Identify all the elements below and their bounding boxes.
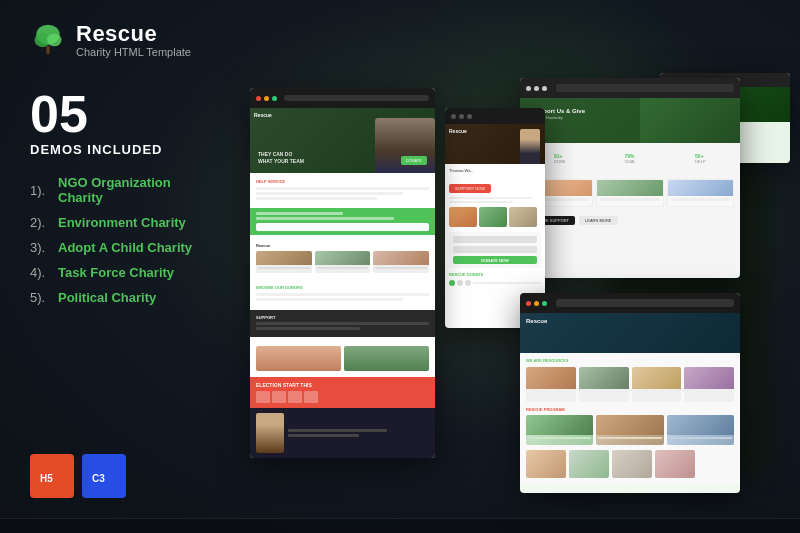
stats-row: 91+ DONE 79% GOAL 50+ [520, 143, 740, 173]
donor-line-2 [256, 298, 403, 301]
rescue-card-img-2 [315, 251, 371, 265]
rc-line-4 [686, 391, 732, 393]
volunteer-section [250, 408, 435, 458]
bottom-cards [256, 346, 429, 371]
svg-point-2 [47, 34, 61, 47]
rescue-cards [256, 251, 429, 273]
rescue-card-text-1 [258, 267, 310, 269]
main-section-cards: Rescue [250, 237, 435, 279]
mid-img-2 [479, 207, 507, 227]
donate-input [256, 223, 429, 231]
mockup-card-3 [667, 179, 734, 207]
mid-input-2 [453, 246, 537, 253]
stat-label-3: HELP [695, 159, 705, 164]
content-wrapper: Rescue Charity HTML Template 05 DEMOS IN… [0, 0, 800, 533]
mockup-header-top-right [520, 78, 740, 98]
stat-box-2: 79% GOAL [596, 147, 663, 169]
rescue-card-img-1 [256, 251, 312, 265]
rescue-c-2 [579, 367, 629, 402]
demos-count: 05 [30, 88, 200, 140]
card-img-3 [668, 180, 733, 196]
stat-box-3: 50+ HELP [667, 147, 734, 169]
bottom-card-1 [256, 346, 341, 371]
dot-1 [526, 86, 531, 91]
rc-line-1 [528, 391, 574, 393]
mid-accent-button: SUPPORT NOW [449, 184, 491, 193]
left-panel: 05 DEMOS INCLUDED 1). NGO Organization C… [0, 78, 230, 518]
demo-item-4: 4). Task Force Charity [30, 265, 200, 280]
rc-img-4 [684, 367, 734, 389]
br-url-bar [556, 299, 734, 307]
css3-badge: C3 [82, 454, 126, 498]
demos-label: DEMOS INCLUDED [30, 142, 200, 157]
tech-badges: H5 C3 [30, 434, 200, 498]
mid-input-1 [453, 236, 537, 243]
prog-img-3 [667, 415, 734, 435]
mockup-header-main [250, 88, 435, 108]
mid-title-text: Thomas Wa... [449, 168, 541, 173]
brand-title: Rescue [76, 22, 191, 46]
stat-num-3: 50+ [695, 153, 705, 159]
mockup-header-bottom-right [520, 293, 740, 313]
demo-number-5: 5). [30, 290, 52, 305]
program-card-3 [667, 415, 734, 445]
line-full [256, 187, 429, 190]
mid-img-1 [449, 207, 477, 227]
stat-label-1: DONE [554, 159, 566, 164]
demo-number-1: 1). [30, 183, 52, 198]
election-box-1 [256, 391, 270, 403]
svg-text:H5: H5 [40, 473, 53, 484]
mid-dot-2 [459, 114, 464, 119]
donor-line-1 [256, 293, 429, 296]
mid-dot-1 [451, 114, 456, 119]
green-donate-section [250, 208, 435, 235]
mid-hero: Rescue [445, 124, 545, 164]
bottom-small-imgs [526, 450, 734, 478]
demo-name-1: NGO Organization Charity [58, 175, 200, 205]
mid-dots-row [449, 280, 541, 286]
stat-label-2: GOAL [624, 159, 635, 164]
mid-small-imgs [449, 207, 541, 227]
demo-number-4: 4). [30, 265, 52, 280]
rc-img-3 [632, 367, 682, 389]
green-line-1 [256, 212, 343, 215]
rc-line-3 [634, 391, 680, 393]
rc-img-2 [579, 367, 629, 389]
hero-image-area [640, 98, 740, 143]
demo-number-2: 2). [30, 215, 52, 230]
rescue-content-area: WE ARE RESOURCES [520, 353, 740, 483]
mid-logo: Rescue [449, 128, 467, 134]
demo-name-2: Environment Charity [58, 215, 186, 230]
election-text: ELECTION START THIS [256, 382, 429, 388]
bottom-cards-section [250, 340, 435, 377]
rescue-c-4 [684, 367, 734, 402]
mid-rescue-donate: RESCUE DONATE [449, 272, 541, 277]
mid-line-1 [449, 197, 532, 199]
screenshot-bottom-right: Rescue WE ARE RESOURCES [520, 293, 740, 493]
prog-img-1 [526, 415, 593, 435]
screenshot-main: Rescue THEY CAN DOWHAT YOUR TEAM DONATE … [250, 88, 435, 458]
mid-progress [473, 282, 541, 284]
rescue-card-text-3 [375, 267, 427, 269]
dot-2 [534, 86, 539, 91]
rescue-card-img-3 [373, 251, 429, 265]
stat-num-2: 79% [624, 153, 635, 159]
demo-name-5: Political Charity [58, 290, 156, 305]
mid-content: Thomas Wa... SUPPORT NOW [445, 164, 545, 290]
url-bar [556, 84, 734, 92]
election-section: ELECTION START THIS [250, 377, 435, 408]
support-title: SUPPORT [256, 315, 429, 320]
svg-rect-3 [46, 45, 50, 54]
demo-item-1: 1). NGO Organization Charity [30, 175, 200, 205]
program-card-1 [526, 415, 593, 445]
main-hero: Rescue THEY CAN DOWHAT YOUR TEAM DONATE [250, 108, 435, 173]
brand-subtitle: Charity HTML Template [76, 46, 191, 58]
rc-line-2 [581, 391, 627, 393]
election-box-4 [304, 391, 318, 403]
volunteer-figure [256, 413, 284, 453]
dark-line-full [256, 322, 429, 325]
rescue-program-cards [526, 415, 734, 445]
rescue-card-1 [256, 251, 312, 273]
dot-3 [542, 86, 547, 91]
mid-submit: DONATE NOW [453, 256, 537, 264]
